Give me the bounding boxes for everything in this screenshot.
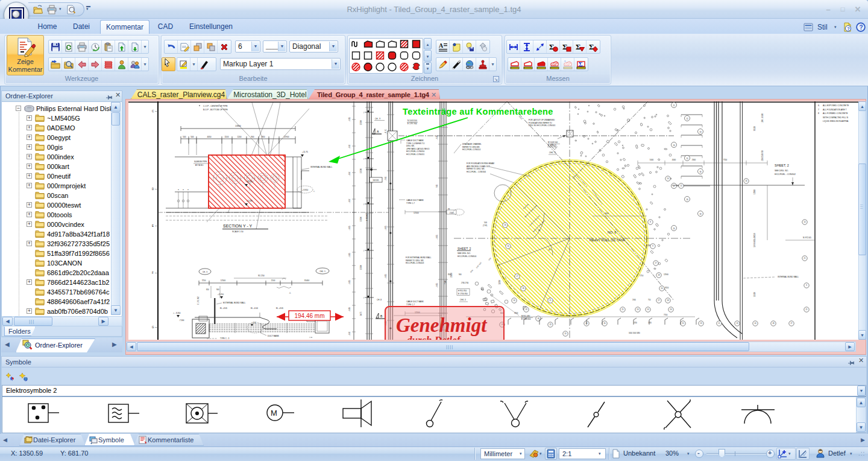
svg-text:+ 8.05: + 8.05: [348, 226, 351, 230]
svg-text:15: 15: [681, 185, 682, 187]
svg-text:+ 8.05: + 8.05: [436, 235, 438, 240]
svg-text:+ 8.04: + 8.04: [348, 331, 351, 336]
svg-text:5000: 5000: [650, 159, 654, 161]
svg-text:16: 16: [505, 224, 506, 226]
svg-text:18: 18: [686, 199, 688, 201]
svg-text:H/CC/FUEL-CON/014: H/CC/FUEL-CON/014: [462, 148, 481, 151]
svg-text:11200: 11200: [498, 280, 501, 285]
svg-text:7250: 7250: [202, 279, 206, 282]
svg-text:M 1003.500: M 1003.500: [548, 141, 558, 144]
svg-text:194.46 mm: 194.46 mm: [294, 313, 324, 319]
svg-text:+8.050: +8.050: [247, 180, 253, 183]
svg-text:ALL FORMED CONCRETE: ALL FORMED CONCRETE: [823, 112, 848, 115]
svg-text:650: 650: [206, 288, 209, 291]
svg-text:50 W 6001+90010: 50 W 6001+90010: [753, 233, 756, 247]
svg-text:18: 18: [523, 287, 524, 290]
svg-text:53: 53: [637, 308, 639, 311]
svg-text:SEE DRG. NO.: SEE DRG. NO.: [458, 252, 471, 255]
svg-text:CH4 - 5: CH4 - 5: [319, 270, 326, 273]
svg-text:NO. 6: NO. 6: [608, 230, 616, 234]
svg-text:(TYP): (TYP): [483, 224, 487, 227]
svg-text:14: 14: [667, 177, 669, 180]
svg-text:H 951.950: H 951.950: [458, 290, 467, 292]
svg-text:1750: 1750: [640, 275, 644, 277]
svg-text:95150: 95150: [753, 126, 756, 131]
svg-text:16: 16: [508, 245, 509, 247]
svg-text:C: C: [152, 110, 154, 113]
svg-text:28: 28: [773, 322, 775, 325]
svg-text:TYPE C-7: TYPE C-7: [406, 202, 415, 205]
svg-text:16: 16: [661, 287, 663, 290]
svg-text:E 1731.962: E 1731.962: [197, 296, 200, 305]
svg-text:EXTERNAL BUND WALL: EXTERNAL BUND WALL: [223, 302, 245, 304]
svg-text:ALL FOUNDATION ARE T: ALL FOUNDATION ARE T: [823, 109, 847, 111]
svg-text:△: △: [289, 291, 291, 294]
svg-text:SEE DRG. NO.: SEE DRG. NO.: [775, 170, 788, 172]
svg-text:△ - 8.350: △ - 8.350: [173, 312, 181, 314]
svg-text:+ 8.04: + 8.04: [348, 144, 351, 149]
svg-text:500: 500: [190, 136, 194, 138]
svg-text:WITH COMPACTED FILL N: WITH COMPACTED FILL N: [823, 116, 849, 119]
svg-text:SLEEVE PIPE: SLEEVE PIPE: [194, 161, 207, 163]
svg-text:+2.04: +2.04: [252, 322, 256, 324]
svg-text:3056: 3056: [470, 269, 474, 273]
svg-text:27: 27: [791, 322, 793, 325]
svg-text:H/CC/FUEL-CON/051: H/CC/FUEL-CON/051: [406, 153, 425, 156]
svg-text:+ 8.85: + 8.85: [348, 253, 351, 258]
svg-text:SHEET. 2: SHEET. 2: [458, 247, 471, 250]
svg-text:+11.75: +11.75: [302, 151, 308, 153]
svg-text:TYPE C - 3: TYPE C - 3: [220, 337, 230, 340]
svg-text:Texteinträge auf Kommentareben: Texteinträge auf Kommentarebene: [403, 107, 553, 116]
svg-text:21: 21: [806, 308, 808, 311]
svg-text:500: 500: [183, 136, 186, 138]
svg-text:¢ ROAD: ¢ ROAD: [366, 213, 368, 221]
svg-text:1900: 1900: [632, 299, 636, 301]
svg-text:20: 20: [673, 227, 675, 230]
svg-text:25: 25: [682, 322, 684, 325]
svg-text:45°: 45°: [549, 249, 551, 251]
svg-text:FOUNDATIONS REFER TO: FOUNDATIONS REFER TO: [529, 122, 552, 124]
svg-text:SCALE 1:50: SCALE 1:50: [232, 230, 244, 233]
svg-text:1200: 1200: [237, 136, 241, 138]
svg-text:7: 7: [818, 109, 819, 111]
svg-text:26: 26: [604, 322, 606, 325]
svg-text:35400: 35400: [304, 279, 310, 282]
svg-text:+ 8.06: + 8.06: [348, 307, 351, 312]
svg-text:26: 26: [670, 308, 672, 311]
svg-text:A: A: [377, 130, 379, 133]
svg-text:ALL EXPOSED CONCRETE: ALL EXPOSED CONCRETE: [823, 104, 849, 107]
svg-text:FOR EXTERNAL BUND WALL: FOR EXTERNAL BUND WALL: [406, 256, 432, 259]
svg-text:2780 2760: 2780 2760: [461, 282, 469, 284]
svg-text:4000: 4000: [672, 159, 676, 161]
svg-text:REFER TO DRG.NR.: REFER TO DRG.NR.: [462, 146, 480, 148]
svg-text:14: 14: [673, 144, 675, 147]
svg-text:7700: 7700: [664, 314, 668, 316]
svg-text:16: 16: [699, 171, 702, 173]
svg-text:B.O.P - BOTTOM OF PIPE: B.O.P - BOTTOM OF PIPE: [203, 109, 228, 111]
svg-text:20: 20: [565, 332, 567, 335]
svg-text:12: 12: [686, 118, 688, 120]
svg-text:15: 15: [686, 157, 688, 160]
svg-text:SECTION Y - Y: SECTION Y - Y: [223, 224, 253, 228]
svg-text:2100: 2100: [271, 279, 275, 282]
svg-text:CH4 -3: CH4 -3: [460, 299, 466, 301]
svg-text:HEAVY FUEL OIL TANK: HEAVY FUEL OIL TANK: [590, 238, 626, 242]
svg-text:DRAINAGE CHANNEL: DRAINAGE CHANNEL: [462, 143, 482, 145]
svg-text:500: 500: [484, 221, 487, 224]
svg-text:△ ∆: △ ∆: [309, 336, 312, 339]
svg-text:27: 27: [658, 299, 660, 302]
svg-text:13: 13: [699, 131, 702, 133]
svg-text:DRG. NO.H/CC/FUEL-CON/401: DRG. NO.H/CC/FUEL-CON/401: [529, 124, 556, 127]
svg-text:CABLE DUCT BANK: CABLE DUCT BANK: [406, 199, 424, 202]
svg-text:G: G: [152, 326, 154, 329]
svg-text:3475: 3475: [360, 311, 362, 316]
svg-text:H/CC/FUEL - CON/602: H/CC/FUEL - CON/602: [775, 173, 796, 176]
svg-text:23: 23: [737, 322, 738, 325]
svg-text:+ 8.950: + 8.950: [302, 189, 308, 191]
svg-text:53: 53: [647, 308, 649, 311]
svg-text:C.O.P - CENTER OF PIPE: C.O.P - CENTER OF PIPE: [203, 105, 228, 107]
svg-text:+11.250: +11.250: [218, 293, 224, 296]
svg-text:21: 21: [550, 299, 552, 302]
svg-text:23: 23: [550, 323, 552, 326]
svg-text:12500: 12500: [360, 216, 362, 221]
